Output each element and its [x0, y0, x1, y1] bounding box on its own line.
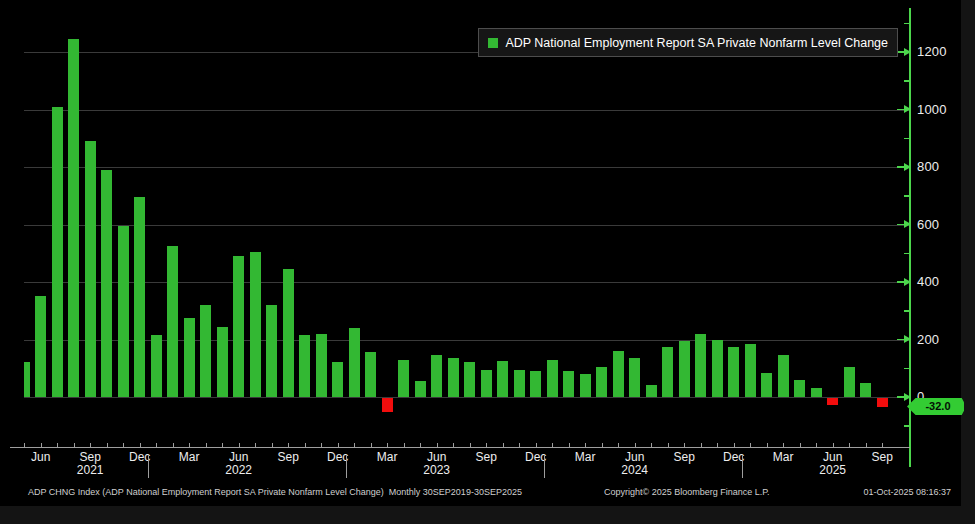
x-tick-label: Jun: [615, 450, 655, 464]
x-tick: [503, 443, 504, 447]
x-tick: [123, 443, 124, 447]
x-tick: [156, 443, 157, 447]
x-tick: [602, 443, 603, 447]
x-tick-label: Jun: [813, 450, 853, 464]
x-tick: [206, 443, 207, 447]
x-tick: [519, 443, 520, 447]
x-tick: [371, 443, 372, 447]
year-divider: [346, 456, 347, 478]
x-tick: [767, 443, 768, 447]
x-tick: [90, 443, 91, 447]
x-tick-label: Mar: [565, 450, 605, 464]
x-tick: [272, 443, 273, 447]
x-tick: [57, 443, 58, 447]
x-tick: [668, 443, 669, 447]
x-tick: [618, 443, 619, 447]
footer-copyright: Copyright© 2025 Bloomberg Finance L.P.: [604, 487, 770, 497]
x-tick: [486, 443, 487, 447]
x-tick: [189, 443, 190, 447]
x-tick: [569, 443, 570, 447]
x-tick: [717, 443, 718, 447]
legend-swatch-icon: [488, 38, 498, 48]
x-tick-label: Mar: [367, 450, 407, 464]
x-tick-label: Dec: [318, 450, 358, 464]
last-value-badge: -32.0: [907, 398, 964, 415]
x-tick: [173, 443, 174, 447]
x-tick: [552, 443, 553, 447]
x-tick: [420, 443, 421, 447]
x-tick: [585, 443, 586, 447]
x-tick-label: Sep: [70, 450, 110, 464]
x-tick: [338, 443, 339, 447]
x-tick-label: Dec: [516, 450, 556, 464]
x-tick: [833, 443, 834, 447]
x-tick: [800, 443, 801, 447]
year-label: 2021: [70, 463, 110, 477]
year-label: 2024: [615, 463, 655, 477]
x-tick: [305, 443, 306, 447]
x-tick: [140, 443, 141, 447]
x-tick: [651, 443, 652, 447]
legend-label: ADP National Employment Report SA Privat…: [505, 36, 888, 50]
x-tick: [734, 443, 735, 447]
x-tick: [288, 443, 289, 447]
status-bar: ADP CHNG Index (ADP National Employment …: [0, 481, 975, 506]
last-value-text: -32.0: [925, 400, 950, 412]
window-margin-right: [961, 0, 975, 506]
x-tick: [74, 443, 75, 447]
year-label: 2023: [417, 463, 457, 477]
year-divider: [742, 456, 743, 478]
x-tick-label: Dec: [120, 450, 160, 464]
x-tick-label: Sep: [466, 450, 506, 464]
x-tick: [354, 443, 355, 447]
x-tick-label: Mar: [169, 450, 209, 464]
x-tick: [404, 443, 405, 447]
x-tick: [684, 443, 685, 447]
year-divider: [544, 456, 545, 478]
x-tick: [387, 443, 388, 447]
x-tick: [24, 443, 25, 447]
footer-timestamp: 01-Oct-2025 08:16:37: [863, 487, 951, 497]
x-tick: [635, 443, 636, 447]
year-label: 2022: [219, 463, 259, 477]
window-margin-bottom: [0, 506, 975, 524]
legend[interactable]: ADP National Employment Report SA Privat…: [478, 28, 898, 57]
year-divider: [148, 456, 149, 478]
year-label: 2025: [813, 463, 853, 477]
x-tick: [321, 443, 322, 447]
x-tick: [816, 443, 817, 447]
x-tick-label: Sep: [664, 450, 704, 464]
x-tick-label: Jun: [219, 450, 259, 464]
x-tick: [41, 443, 42, 447]
x-tick: [866, 443, 867, 447]
x-tick: [239, 443, 240, 447]
x-tick-label: Mar: [763, 450, 803, 464]
x-tick-label: Sep: [268, 450, 308, 464]
x-tick: [750, 443, 751, 447]
x-tick: [107, 443, 108, 447]
x-tick: [882, 443, 883, 447]
x-tick: [222, 443, 223, 447]
x-tick: [783, 443, 784, 447]
x-tick: [701, 443, 702, 447]
x-tick: [255, 443, 256, 447]
x-tick-label: Sep: [862, 450, 902, 464]
x-tick: [437, 443, 438, 447]
x-axis-ticks: JunSepDecMarJunSepDecMarJunSepDecMarJunS…: [0, 0, 975, 524]
x-tick: [536, 443, 537, 447]
x-tick: [849, 443, 850, 447]
x-tick-label: Jun: [21, 450, 61, 464]
x-tick-label: Dec: [714, 450, 754, 464]
x-tick: [453, 443, 454, 447]
footer-security-description: ADP CHNG Index (ADP National Employment …: [28, 487, 522, 497]
x-tick-label: Jun: [417, 450, 457, 464]
bloomberg-terminal-chart: 020040060080010001200 JunSepDecMarJunSep…: [0, 0, 975, 524]
x-tick: [470, 443, 471, 447]
